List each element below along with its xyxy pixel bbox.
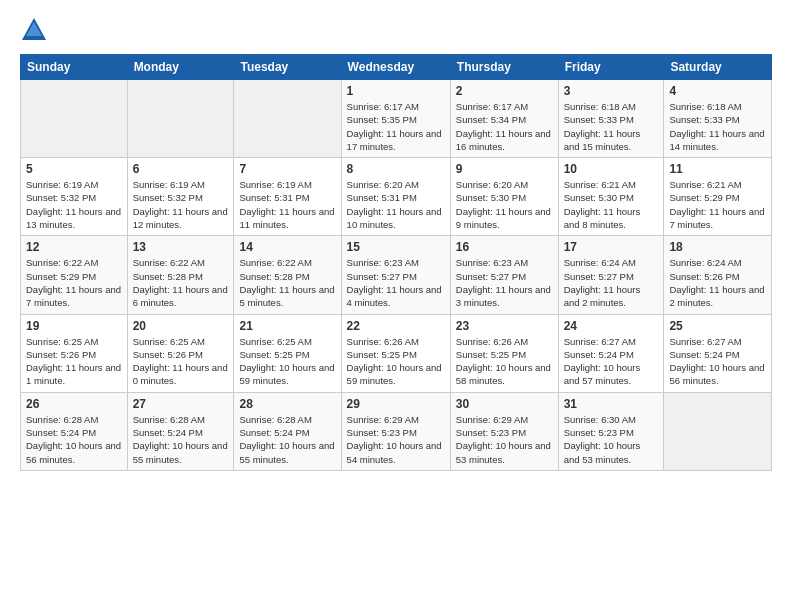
day-number: 8 — [347, 162, 445, 176]
calendar-cell: 8Sunrise: 6:20 AM Sunset: 5:31 PM Daylig… — [341, 158, 450, 236]
calendar-cell — [127, 80, 234, 158]
day-info: Sunrise: 6:30 AM Sunset: 5:23 PM Dayligh… — [564, 413, 659, 466]
day-info: Sunrise: 6:22 AM Sunset: 5:29 PM Dayligh… — [26, 256, 122, 309]
day-number: 31 — [564, 397, 659, 411]
calendar-header-wednesday: Wednesday — [341, 55, 450, 80]
day-number: 24 — [564, 319, 659, 333]
day-info: Sunrise: 6:29 AM Sunset: 5:23 PM Dayligh… — [456, 413, 553, 466]
day-number: 9 — [456, 162, 553, 176]
day-info: Sunrise: 6:24 AM Sunset: 5:27 PM Dayligh… — [564, 256, 659, 309]
day-number: 3 — [564, 84, 659, 98]
day-number: 16 — [456, 240, 553, 254]
day-number: 2 — [456, 84, 553, 98]
calendar-cell: 1Sunrise: 6:17 AM Sunset: 5:35 PM Daylig… — [341, 80, 450, 158]
calendar-header-saturday: Saturday — [664, 55, 772, 80]
calendar-cell — [21, 80, 128, 158]
calendar-cell: 30Sunrise: 6:29 AM Sunset: 5:23 PM Dayli… — [450, 392, 558, 470]
calendar-header-friday: Friday — [558, 55, 664, 80]
day-number: 4 — [669, 84, 766, 98]
calendar-cell: 19Sunrise: 6:25 AM Sunset: 5:26 PM Dayli… — [21, 314, 128, 392]
calendar-cell: 16Sunrise: 6:23 AM Sunset: 5:27 PM Dayli… — [450, 236, 558, 314]
calendar-cell: 7Sunrise: 6:19 AM Sunset: 5:31 PM Daylig… — [234, 158, 341, 236]
calendar-cell: 24Sunrise: 6:27 AM Sunset: 5:24 PM Dayli… — [558, 314, 664, 392]
day-info: Sunrise: 6:27 AM Sunset: 5:24 PM Dayligh… — [564, 335, 659, 388]
day-info: Sunrise: 6:17 AM Sunset: 5:34 PM Dayligh… — [456, 100, 553, 153]
day-info: Sunrise: 6:29 AM Sunset: 5:23 PM Dayligh… — [347, 413, 445, 466]
calendar-cell: 21Sunrise: 6:25 AM Sunset: 5:25 PM Dayli… — [234, 314, 341, 392]
logo — [20, 16, 52, 44]
day-info: Sunrise: 6:22 AM Sunset: 5:28 PM Dayligh… — [133, 256, 229, 309]
day-number: 19 — [26, 319, 122, 333]
calendar-cell: 5Sunrise: 6:19 AM Sunset: 5:32 PM Daylig… — [21, 158, 128, 236]
day-info: Sunrise: 6:20 AM Sunset: 5:31 PM Dayligh… — [347, 178, 445, 231]
calendar-cell: 29Sunrise: 6:29 AM Sunset: 5:23 PM Dayli… — [341, 392, 450, 470]
calendar-cell: 2Sunrise: 6:17 AM Sunset: 5:34 PM Daylig… — [450, 80, 558, 158]
calendar-header-row: SundayMondayTuesdayWednesdayThursdayFrid… — [21, 55, 772, 80]
day-info: Sunrise: 6:25 AM Sunset: 5:26 PM Dayligh… — [133, 335, 229, 388]
calendar-week-5: 26Sunrise: 6:28 AM Sunset: 5:24 PM Dayli… — [21, 392, 772, 470]
day-number: 1 — [347, 84, 445, 98]
day-number: 30 — [456, 397, 553, 411]
day-number: 12 — [26, 240, 122, 254]
day-number: 6 — [133, 162, 229, 176]
calendar-cell: 15Sunrise: 6:23 AM Sunset: 5:27 PM Dayli… — [341, 236, 450, 314]
day-info: Sunrise: 6:28 AM Sunset: 5:24 PM Dayligh… — [239, 413, 335, 466]
day-info: Sunrise: 6:18 AM Sunset: 5:33 PM Dayligh… — [564, 100, 659, 153]
calendar-cell: 3Sunrise: 6:18 AM Sunset: 5:33 PM Daylig… — [558, 80, 664, 158]
day-number: 23 — [456, 319, 553, 333]
calendar-cell: 13Sunrise: 6:22 AM Sunset: 5:28 PM Dayli… — [127, 236, 234, 314]
calendar-header-tuesday: Tuesday — [234, 55, 341, 80]
day-number: 14 — [239, 240, 335, 254]
day-number: 11 — [669, 162, 766, 176]
day-number: 28 — [239, 397, 335, 411]
day-number: 13 — [133, 240, 229, 254]
calendar-cell: 22Sunrise: 6:26 AM Sunset: 5:25 PM Dayli… — [341, 314, 450, 392]
calendar-cell: 25Sunrise: 6:27 AM Sunset: 5:24 PM Dayli… — [664, 314, 772, 392]
day-info: Sunrise: 6:26 AM Sunset: 5:25 PM Dayligh… — [456, 335, 553, 388]
calendar-cell: 11Sunrise: 6:21 AM Sunset: 5:29 PM Dayli… — [664, 158, 772, 236]
calendar-cell: 28Sunrise: 6:28 AM Sunset: 5:24 PM Dayli… — [234, 392, 341, 470]
day-info: Sunrise: 6:27 AM Sunset: 5:24 PM Dayligh… — [669, 335, 766, 388]
day-number: 20 — [133, 319, 229, 333]
calendar-cell: 20Sunrise: 6:25 AM Sunset: 5:26 PM Dayli… — [127, 314, 234, 392]
day-info: Sunrise: 6:19 AM Sunset: 5:32 PM Dayligh… — [26, 178, 122, 231]
day-number: 26 — [26, 397, 122, 411]
day-number: 7 — [239, 162, 335, 176]
header — [20, 16, 772, 44]
calendar-header-thursday: Thursday — [450, 55, 558, 80]
calendar-week-4: 19Sunrise: 6:25 AM Sunset: 5:26 PM Dayli… — [21, 314, 772, 392]
day-info: Sunrise: 6:21 AM Sunset: 5:29 PM Dayligh… — [669, 178, 766, 231]
calendar-cell: 14Sunrise: 6:22 AM Sunset: 5:28 PM Dayli… — [234, 236, 341, 314]
calendar-cell: 4Sunrise: 6:18 AM Sunset: 5:33 PM Daylig… — [664, 80, 772, 158]
calendar-week-1: 1Sunrise: 6:17 AM Sunset: 5:35 PM Daylig… — [21, 80, 772, 158]
calendar-cell: 26Sunrise: 6:28 AM Sunset: 5:24 PM Dayli… — [21, 392, 128, 470]
calendar-cell: 12Sunrise: 6:22 AM Sunset: 5:29 PM Dayli… — [21, 236, 128, 314]
calendar-cell — [234, 80, 341, 158]
day-info: Sunrise: 6:23 AM Sunset: 5:27 PM Dayligh… — [456, 256, 553, 309]
logo-icon — [20, 16, 48, 44]
calendar-cell: 27Sunrise: 6:28 AM Sunset: 5:24 PM Dayli… — [127, 392, 234, 470]
calendar-week-2: 5Sunrise: 6:19 AM Sunset: 5:32 PM Daylig… — [21, 158, 772, 236]
calendar-cell: 17Sunrise: 6:24 AM Sunset: 5:27 PM Dayli… — [558, 236, 664, 314]
day-info: Sunrise: 6:20 AM Sunset: 5:30 PM Dayligh… — [456, 178, 553, 231]
day-number: 15 — [347, 240, 445, 254]
day-info: Sunrise: 6:18 AM Sunset: 5:33 PM Dayligh… — [669, 100, 766, 153]
calendar-cell: 31Sunrise: 6:30 AM Sunset: 5:23 PM Dayli… — [558, 392, 664, 470]
day-number: 10 — [564, 162, 659, 176]
day-number: 27 — [133, 397, 229, 411]
day-number: 17 — [564, 240, 659, 254]
day-info: Sunrise: 6:17 AM Sunset: 5:35 PM Dayligh… — [347, 100, 445, 153]
calendar-cell: 9Sunrise: 6:20 AM Sunset: 5:30 PM Daylig… — [450, 158, 558, 236]
calendar-cell: 10Sunrise: 6:21 AM Sunset: 5:30 PM Dayli… — [558, 158, 664, 236]
day-info: Sunrise: 6:25 AM Sunset: 5:25 PM Dayligh… — [239, 335, 335, 388]
day-number: 22 — [347, 319, 445, 333]
day-info: Sunrise: 6:22 AM Sunset: 5:28 PM Dayligh… — [239, 256, 335, 309]
calendar-table: SundayMondayTuesdayWednesdayThursdayFrid… — [20, 54, 772, 471]
calendar-cell — [664, 392, 772, 470]
day-info: Sunrise: 6:24 AM Sunset: 5:26 PM Dayligh… — [669, 256, 766, 309]
day-number: 18 — [669, 240, 766, 254]
day-info: Sunrise: 6:19 AM Sunset: 5:31 PM Dayligh… — [239, 178, 335, 231]
day-info: Sunrise: 6:26 AM Sunset: 5:25 PM Dayligh… — [347, 335, 445, 388]
calendar-cell: 23Sunrise: 6:26 AM Sunset: 5:25 PM Dayli… — [450, 314, 558, 392]
day-number: 29 — [347, 397, 445, 411]
